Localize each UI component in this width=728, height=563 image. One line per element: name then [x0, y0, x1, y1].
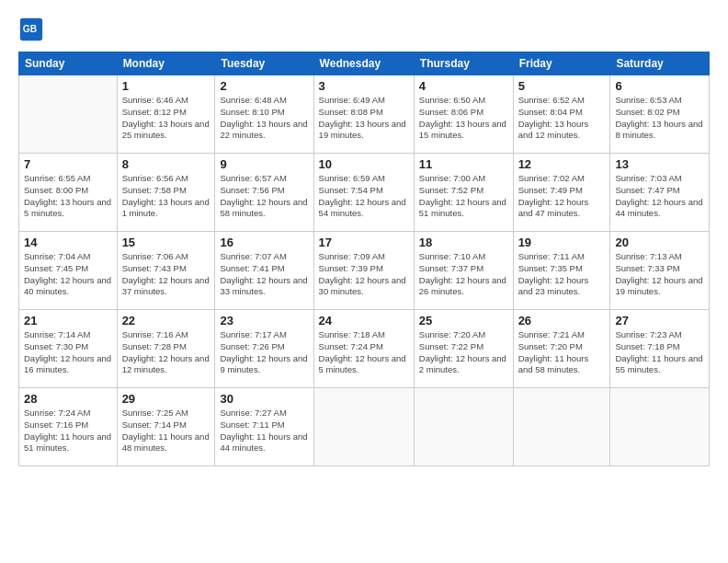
day-cell: 25Sunrise: 7:20 AM Sunset: 7:22 PM Dayli… — [414, 310, 513, 388]
day-number: 7 — [24, 157, 112, 171]
day-cell: 9Sunrise: 6:57 AM Sunset: 7:56 PM Daylig… — [215, 154, 313, 232]
day-number: 28 — [24, 392, 112, 406]
calendar-header-row: SundayMondayTuesdayWednesdayThursdayFrid… — [19, 52, 710, 75]
day-number: 1 — [122, 79, 210, 93]
day-cell: 27Sunrise: 7:23 AM Sunset: 7:18 PM Dayli… — [610, 310, 710, 388]
col-header-thursday: Thursday — [414, 52, 513, 75]
day-cell — [414, 388, 513, 466]
day-number: 25 — [419, 314, 508, 327]
day-number: 30 — [220, 392, 308, 406]
day-info: Sunrise: 7:14 AM Sunset: 7:30 PM Dayligh… — [24, 329, 112, 376]
day-cell: 22Sunrise: 7:16 AM Sunset: 7:28 PM Dayli… — [117, 310, 215, 388]
day-number: 19 — [518, 236, 606, 249]
logo-icon: GB — [18, 17, 44, 42]
day-cell: 18Sunrise: 7:10 AM Sunset: 7:37 PM Dayli… — [414, 232, 513, 310]
day-cell: 15Sunrise: 7:06 AM Sunset: 7:43 PM Dayli… — [117, 232, 215, 310]
day-info: Sunrise: 7:04 AM Sunset: 7:45 PM Dayligh… — [24, 251, 112, 298]
day-cell: 28Sunrise: 7:24 AM Sunset: 7:16 PM Dayli… — [19, 388, 118, 466]
day-cell — [313, 388, 414, 466]
day-cell: 10Sunrise: 6:59 AM Sunset: 7:54 PM Dayli… — [313, 154, 414, 232]
day-info: Sunrise: 7:03 AM Sunset: 7:47 PM Dayligh… — [615, 173, 704, 220]
day-number: 15 — [122, 236, 210, 249]
day-number: 2 — [220, 79, 308, 93]
week-row-4: 28Sunrise: 7:24 AM Sunset: 7:16 PM Dayli… — [19, 388, 710, 466]
day-number: 24 — [319, 314, 409, 327]
day-info: Sunrise: 6:50 AM Sunset: 8:06 PM Dayligh… — [419, 95, 508, 142]
day-cell: 17Sunrise: 7:09 AM Sunset: 7:39 PM Dayli… — [313, 232, 414, 310]
day-info: Sunrise: 7:00 AM Sunset: 7:52 PM Dayligh… — [419, 173, 508, 220]
col-header-saturday: Saturday — [610, 52, 710, 75]
day-info: Sunrise: 6:59 AM Sunset: 7:54 PM Dayligh… — [319, 173, 409, 220]
day-info: Sunrise: 7:20 AM Sunset: 7:22 PM Dayligh… — [419, 329, 508, 376]
day-number: 5 — [518, 79, 606, 93]
day-cell: 12Sunrise: 7:02 AM Sunset: 7:49 PM Dayli… — [513, 154, 610, 232]
day-cell: 14Sunrise: 7:04 AM Sunset: 7:45 PM Dayli… — [19, 232, 118, 310]
day-cell — [610, 388, 710, 466]
day-info: Sunrise: 7:16 AM Sunset: 7:28 PM Dayligh… — [122, 329, 210, 376]
day-cell: 7Sunrise: 6:55 AM Sunset: 8:00 PM Daylig… — [19, 154, 118, 232]
week-row-1: 7Sunrise: 6:55 AM Sunset: 8:00 PM Daylig… — [19, 154, 710, 232]
day-number: 18 — [419, 236, 508, 249]
week-row-0: 1Sunrise: 6:46 AM Sunset: 8:12 PM Daylig… — [19, 75, 710, 154]
day-info: Sunrise: 7:07 AM Sunset: 7:41 PM Dayligh… — [220, 251, 308, 298]
day-number: 8 — [122, 157, 210, 171]
day-cell: 29Sunrise: 7:25 AM Sunset: 7:14 PM Dayli… — [117, 388, 215, 466]
day-info: Sunrise: 7:11 AM Sunset: 7:35 PM Dayligh… — [518, 251, 606, 298]
day-info: Sunrise: 7:13 AM Sunset: 7:33 PM Dayligh… — [615, 251, 704, 298]
day-cell: 23Sunrise: 7:17 AM Sunset: 7:26 PM Dayli… — [215, 310, 313, 388]
day-cell: 20Sunrise: 7:13 AM Sunset: 7:33 PM Dayli… — [610, 232, 710, 310]
calendar-page: GB SundayMondayTuesdayWednesdayThursdayF… — [0, 0, 728, 563]
day-cell: 3Sunrise: 6:49 AM Sunset: 8:08 PM Daylig… — [313, 75, 414, 154]
day-number: 12 — [518, 157, 606, 171]
day-cell: 26Sunrise: 7:21 AM Sunset: 7:20 PM Dayli… — [513, 310, 610, 388]
day-cell: 1Sunrise: 6:46 AM Sunset: 8:12 PM Daylig… — [117, 75, 215, 154]
day-cell: 24Sunrise: 7:18 AM Sunset: 7:24 PM Dayli… — [313, 310, 414, 388]
day-number: 14 — [24, 236, 112, 249]
day-number: 26 — [518, 314, 606, 327]
day-cell: 13Sunrise: 7:03 AM Sunset: 7:47 PM Dayli… — [610, 154, 710, 232]
day-number: 22 — [122, 314, 210, 327]
day-number: 3 — [319, 79, 409, 93]
day-info: Sunrise: 7:09 AM Sunset: 7:39 PM Dayligh… — [319, 251, 409, 298]
day-info: Sunrise: 7:23 AM Sunset: 7:18 PM Dayligh… — [615, 329, 704, 376]
day-number: 11 — [419, 157, 508, 171]
day-cell: 8Sunrise: 6:56 AM Sunset: 7:58 PM Daylig… — [117, 154, 215, 232]
day-info: Sunrise: 6:56 AM Sunset: 7:58 PM Dayligh… — [122, 173, 210, 220]
col-header-friday: Friday — [513, 52, 610, 75]
day-cell — [513, 388, 610, 466]
day-cell: 4Sunrise: 6:50 AM Sunset: 8:06 PM Daylig… — [414, 75, 513, 154]
col-header-tuesday: Tuesday — [215, 52, 313, 75]
week-row-3: 21Sunrise: 7:14 AM Sunset: 7:30 PM Dayli… — [19, 310, 710, 388]
day-cell: 19Sunrise: 7:11 AM Sunset: 7:35 PM Dayli… — [513, 232, 610, 310]
day-number: 20 — [615, 236, 704, 249]
day-cell: 21Sunrise: 7:14 AM Sunset: 7:30 PM Dayli… — [19, 310, 118, 388]
day-number: 16 — [220, 236, 308, 249]
day-number: 10 — [319, 157, 409, 171]
day-info: Sunrise: 6:57 AM Sunset: 7:56 PM Dayligh… — [220, 173, 308, 220]
day-info: Sunrise: 6:48 AM Sunset: 8:10 PM Dayligh… — [220, 95, 308, 142]
day-cell: 11Sunrise: 7:00 AM Sunset: 7:52 PM Dayli… — [414, 154, 513, 232]
day-info: Sunrise: 6:49 AM Sunset: 8:08 PM Dayligh… — [319, 95, 409, 142]
day-number: 13 — [615, 157, 704, 171]
day-info: Sunrise: 6:52 AM Sunset: 8:04 PM Dayligh… — [518, 95, 606, 142]
day-number: 6 — [615, 79, 704, 93]
day-number: 4 — [419, 79, 508, 93]
logo: GB — [18, 17, 46, 42]
svg-text:GB: GB — [23, 24, 37, 34]
day-info: Sunrise: 7:25 AM Sunset: 7:14 PM Dayligh… — [122, 408, 210, 454]
day-info: Sunrise: 7:02 AM Sunset: 7:49 PM Dayligh… — [518, 173, 606, 220]
day-cell: 6Sunrise: 6:53 AM Sunset: 8:02 PM Daylig… — [610, 75, 710, 154]
calendar-table: SundayMondayTuesdayWednesdayThursdayFrid… — [18, 52, 710, 466]
day-info: Sunrise: 7:18 AM Sunset: 7:24 PM Dayligh… — [319, 329, 409, 376]
day-info: Sunrise: 7:21 AM Sunset: 7:20 PM Dayligh… — [518, 329, 606, 376]
day-info: Sunrise: 6:46 AM Sunset: 8:12 PM Dayligh… — [122, 95, 210, 142]
day-info: Sunrise: 7:17 AM Sunset: 7:26 PM Dayligh… — [220, 329, 308, 376]
day-info: Sunrise: 7:27 AM Sunset: 7:11 PM Dayligh… — [220, 408, 308, 454]
day-number: 17 — [319, 236, 409, 249]
day-cell — [19, 75, 118, 154]
col-header-monday: Monday — [117, 52, 215, 75]
day-cell: 5Sunrise: 6:52 AM Sunset: 8:04 PM Daylig… — [513, 75, 610, 154]
day-info: Sunrise: 7:06 AM Sunset: 7:43 PM Dayligh… — [122, 251, 210, 298]
day-info: Sunrise: 7:10 AM Sunset: 7:37 PM Dayligh… — [419, 251, 508, 298]
col-header-sunday: Sunday — [19, 52, 118, 75]
